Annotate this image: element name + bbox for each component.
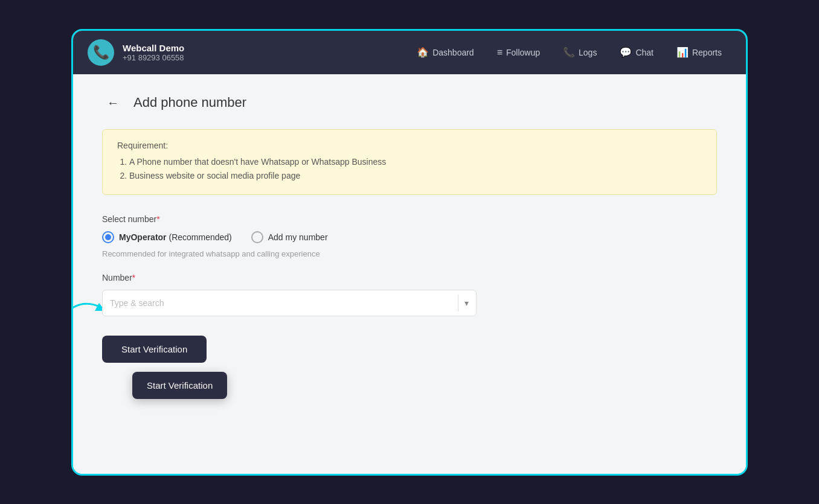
start-verification-button[interactable]: Start Verification — [102, 336, 207, 363]
nav-dashboard[interactable]: 🏠 Dashboard — [407, 42, 484, 63]
brand-phone: +91 89293 06558 — [123, 53, 184, 62]
brand-info: Webcall Demo +91 89293 06558 — [123, 43, 184, 62]
number-field-label: Number* — [102, 273, 717, 282]
back-button[interactable]: ← — [102, 94, 124, 112]
requirement-list: A Phone number that doesn't have Whatsap… — [117, 155, 702, 184]
number-section: Number* Type & search ▾ — [102, 273, 717, 316]
radio-circle-myoperator — [102, 231, 114, 243]
list-icon: ≡ — [497, 47, 503, 58]
number-dropdown[interactable]: Type & search ▾ — [102, 290, 477, 316]
top-navigation: 📞 Webcall Demo +91 89293 06558 🏠 Dashboa… — [73, 31, 746, 74]
requirement-box: Requirement: A Phone number that doesn't… — [102, 129, 717, 196]
requirement-heading: Requirement: — [117, 141, 702, 150]
reports-icon: 📊 — [676, 46, 689, 58]
nav-reports[interactable]: 📊 Reports — [667, 42, 731, 63]
nav-chat[interactable]: 💬 Chat — [610, 42, 663, 63]
number-dropdown-placeholder: Type & search — [110, 298, 452, 308]
select-number-label: Select number* — [102, 214, 717, 224]
app-container: 📞 Webcall Demo +91 89293 06558 🏠 Dashboa… — [71, 29, 748, 476]
page-title: Add phone number — [133, 95, 246, 110]
brand-name: Webcall Demo — [123, 43, 184, 53]
requirement-item-1: A Phone number that doesn't have Whatsap… — [129, 155, 702, 170]
start-verification-tooltip: Start Verification — [132, 372, 227, 399]
phone-icon: 📞 — [563, 46, 575, 58]
nav-logs[interactable]: 📞 Logs — [553, 42, 606, 63]
requirement-item-2: Business website or social media profile… — [129, 169, 702, 183]
nav-followup[interactable]: ≡ Followup — [487, 42, 550, 63]
home-icon: 🏠 — [417, 46, 429, 58]
page-header: ← Add phone number — [102, 94, 717, 112]
radio-circle-addmynumber — [251, 231, 263, 243]
radio-addmynumber[interactable]: Add my number — [251, 231, 328, 243]
nav-links: 🏠 Dashboard ≡ Followup 📞 Logs 💬 Chat 📊 R… — [407, 42, 731, 63]
radio-myoperator[interactable]: MyOperator (Recommended) — [102, 231, 232, 243]
hint-text: Recommended for integrated whatsapp and … — [102, 249, 717, 258]
button-tooltip-wrapper: Start Verification Start Verification — [102, 336, 207, 363]
main-content: ← Add phone number Requirement: A Phone … — [73, 74, 746, 474]
dropdown-divider — [458, 295, 458, 311]
chevron-down-icon: ▾ — [464, 298, 469, 308]
radio-group-number: MyOperator (Recommended) Add my number — [102, 231, 717, 243]
chat-icon: 💬 — [620, 46, 632, 58]
brand-logo-icon: 📞 — [88, 39, 114, 66]
